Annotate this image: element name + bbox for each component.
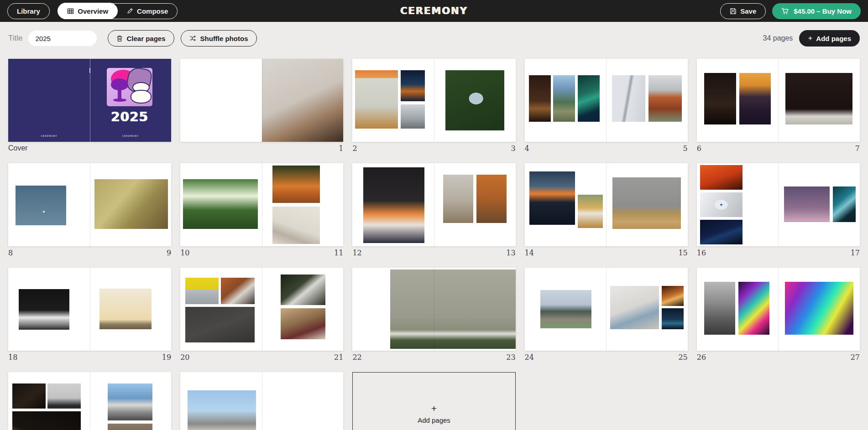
page-photo	[785, 73, 852, 124]
page-spread[interactable]	[697, 163, 860, 246]
spread-fold-line	[262, 163, 262, 246]
page-photo	[785, 282, 853, 335]
buy-now-button[interactable]: $45.00 – Buy Now	[772, 3, 861, 19]
page-photo	[443, 175, 473, 223]
add-pages-cell: +Add pages	[352, 372, 515, 430]
add-pages-tile-label: Add pages	[418, 416, 450, 424]
spread-cell: 1415	[525, 163, 688, 258]
shuffle-photos-label: Shuffle photos	[200, 35, 248, 42]
page-number-row: 23	[352, 144, 515, 153]
page-photo	[272, 207, 320, 244]
page-spread[interactable]	[8, 163, 171, 246]
floppy-icon	[730, 8, 737, 15]
page-number-right: 3	[511, 144, 515, 153]
page-number-left: 16	[697, 249, 706, 258]
title-input[interactable]	[28, 31, 97, 46]
page-number-left: 10	[180, 249, 189, 258]
page-spread[interactable]	[180, 163, 343, 246]
page-number-left: 6	[697, 144, 701, 153]
page-photo	[12, 383, 46, 409]
clear-pages-button[interactable]: Clear pages	[108, 30, 174, 47]
page-spread[interactable]	[525, 59, 688, 142]
shuffle-photos-button[interactable]: Shuffle photos	[181, 30, 257, 47]
page-photo	[704, 73, 736, 124]
add-pages-tile[interactable]: +Add pages	[352, 372, 515, 430]
page-photo	[833, 187, 856, 222]
tab-overview[interactable]: Overview	[58, 3, 118, 19]
tab-compose[interactable]: Compose	[118, 4, 177, 19]
page-spread[interactable]	[8, 372, 171, 430]
pencil-icon	[127, 8, 133, 14]
page-photo	[12, 411, 81, 430]
page-spread[interactable]	[180, 268, 343, 351]
book-toolbar: Title Clear pages Shuffle photos 34 page…	[0, 22, 868, 47]
spread-cell: 2425	[525, 268, 688, 362]
page-number-right: 9	[167, 249, 171, 258]
page-photo	[704, 282, 735, 335]
spread-fold-line	[262, 268, 262, 351]
spread-cell: 1213	[352, 163, 515, 258]
spread-cell: 23	[352, 59, 515, 153]
save-button[interactable]: Save	[720, 3, 766, 19]
spread-fold-line	[606, 163, 607, 246]
page-spread[interactable]	[180, 59, 343, 142]
page-spread[interactable]	[525, 268, 688, 351]
cover-brand-mark: CEREMONY	[28, 135, 70, 137]
page-number-left: 4	[525, 144, 529, 153]
page-photo	[540, 290, 592, 328]
spread-cell: 67	[697, 59, 860, 153]
page-number-left: Cover	[8, 144, 28, 153]
page-photo	[185, 278, 219, 304]
spread-fold-line	[262, 372, 262, 430]
page-number-right: 21	[334, 353, 343, 362]
page-photo	[108, 383, 152, 420]
plus-icon: +	[431, 404, 437, 413]
app-logo: CEREMONY	[400, 5, 468, 16]
cover-illustration	[107, 68, 152, 106]
page-photo	[578, 75, 600, 122]
trash-icon	[116, 35, 123, 42]
page-number-row: 67	[697, 144, 860, 153]
page-number-row: Cover	[8, 144, 171, 153]
spread-cell: 89	[8, 163, 171, 258]
spread-cell: 2223	[352, 268, 515, 362]
shuffle-icon	[189, 35, 196, 41]
page-spread[interactable]	[697, 268, 860, 351]
cover-year: 2025	[91, 109, 168, 124]
cover-spread[interactable]: 2025CEREMONYCEREMONY	[8, 59, 171, 142]
page-photo	[739, 73, 771, 124]
page-photo	[648, 75, 682, 122]
spread-fold-line	[90, 268, 90, 351]
add-pages-button[interactable]: + Add pages	[799, 30, 860, 47]
page-spread[interactable]	[697, 59, 860, 142]
save-button-label: Save	[740, 7, 756, 15]
cover-illustration-goblet-stem	[118, 88, 121, 101]
page-photo	[700, 220, 743, 245]
page-photo	[700, 192, 743, 218]
page-number-left: 24	[525, 353, 534, 362]
page-spread[interactable]	[352, 268, 515, 351]
page-number-row: 2425	[525, 353, 688, 362]
view-mode-switch: Overview Compose	[58, 3, 178, 19]
spread-fold-line	[90, 163, 90, 246]
spreads-grid: 2025CEREMONYCEREMONYCover123456789101112…	[0, 47, 868, 430]
topbar-actions: Save $45.00 – Buy Now	[720, 3, 861, 19]
spread-cell: 1617	[697, 163, 860, 258]
page-photo	[185, 307, 255, 342]
page-number-right: 5	[683, 144, 688, 153]
page-spread[interactable]	[8, 268, 171, 351]
page-number-left: 12	[352, 249, 361, 258]
page-number-right: 25	[678, 353, 687, 362]
spread-cell: 1	[180, 59, 343, 153]
spread-cell: 2021	[180, 268, 343, 362]
page-number-row: 89	[8, 249, 171, 258]
library-button[interactable]: Library	[7, 3, 50, 19]
page-photo	[99, 289, 152, 329]
page-spread[interactable]	[525, 163, 688, 246]
spread-fold-line	[90, 372, 90, 430]
page-spread[interactable]	[352, 59, 515, 142]
page-spread[interactable]	[352, 163, 515, 246]
library-button-label: Library	[17, 7, 40, 15]
grid-icon	[67, 8, 74, 15]
page-spread[interactable]	[180, 372, 343, 430]
